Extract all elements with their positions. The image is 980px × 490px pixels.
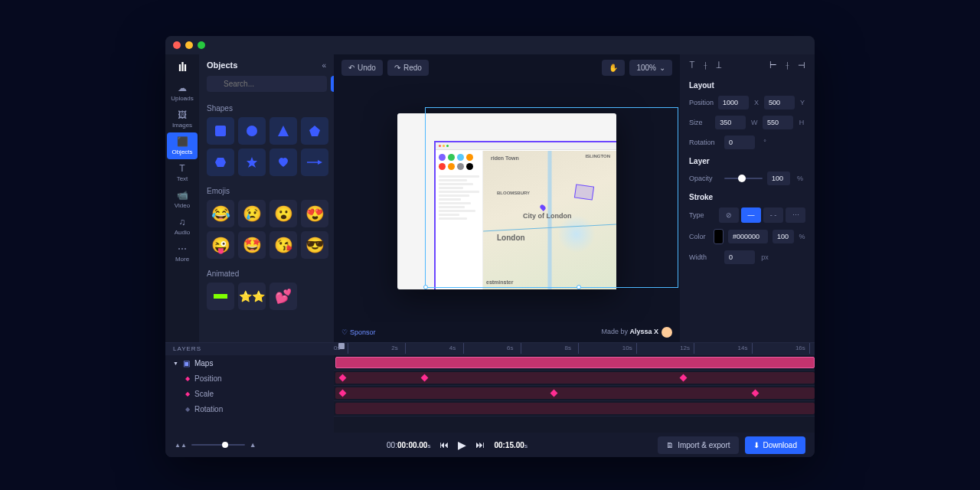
- search-input[interactable]: [207, 76, 327, 92]
- zoom-slider[interactable]: [191, 444, 245, 446]
- align-left-icon[interactable]: ⊢: [769, 60, 777, 70]
- collapse-panel-button[interactable]: «: [322, 61, 326, 70]
- animated-item[interactable]: 💕: [270, 283, 297, 310]
- chevron-down-icon: ▼: [173, 361, 178, 366]
- emoji-item[interactable]: 😍: [301, 200, 328, 227]
- keyframe-track-rotation[interactable]: [335, 403, 815, 414]
- ruler-tick: 0s: [334, 345, 340, 351]
- emoji-item[interactable]: 😢: [238, 200, 266, 227]
- rail-item-more[interactable]: ⋯More: [165, 240, 199, 266]
- timeline-clip[interactable]: [335, 357, 815, 368]
- layer-heading: Layer: [689, 157, 805, 165]
- stroke-dotted[interactable]: ⋯: [786, 207, 805, 223]
- shape-arrow[interactable]: [301, 149, 328, 176]
- shape-square[interactable]: [207, 117, 234, 145]
- size-h-input[interactable]: [763, 116, 793, 129]
- shape-star[interactable]: [238, 149, 266, 176]
- rail-item-video[interactable]: 📹Video: [165, 186, 199, 213]
- ruler-tick: 16s: [795, 345, 805, 351]
- layer-prop-rotation[interactable]: ◆ Rotation: [165, 401, 334, 416]
- layer-prop-scale[interactable]: ◆ Scale: [165, 386, 334, 401]
- zoom-dropdown[interactable]: 100% ⌄: [629, 60, 672, 76]
- close-icon[interactable]: [173, 41, 181, 49]
- animated-item[interactable]: [207, 283, 234, 310]
- emoji-item[interactable]: 😮: [270, 200, 297, 227]
- stroke-none[interactable]: ⊘: [719, 207, 739, 223]
- download-button[interactable]: ⬇Download: [745, 436, 805, 454]
- stroke-alpha-input[interactable]: [773, 230, 794, 243]
- emoji-grid: 😂😢😮😍😜🤩😘😎: [207, 200, 326, 259]
- timeline: LAYERS ▼ ▣ Maps ◆ Position ◆ Scale ◆ Rot…: [165, 342, 815, 457]
- more-icon: ⋯: [178, 243, 187, 254]
- import-export-button[interactable]: 🗎Import & export: [658, 436, 738, 454]
- shapes-section-label: Shapes: [207, 104, 326, 113]
- redo-button[interactable]: ↷Redo: [387, 60, 429, 76]
- rail-item-uploads[interactable]: ☁Uploads: [165, 79, 199, 106]
- position-x-input[interactable]: [718, 96, 749, 109]
- layer-prop-position[interactable]: ◆ Position: [165, 371, 334, 386]
- keyframe[interactable]: [339, 374, 347, 382]
- stroke-width-input[interactable]: [724, 250, 755, 264]
- rotation-input[interactable]: [724, 136, 755, 149]
- size-w-input[interactable]: [715, 116, 746, 129]
- align-bottom-icon[interactable]: ⟘: [716, 60, 722, 70]
- zoom-in-icon[interactable]: ▲: [250, 441, 256, 449]
- stroke-color-swatch[interactable]: [714, 229, 724, 244]
- undo-button[interactable]: ↶Undo: [341, 60, 383, 76]
- align-middle-icon[interactable]: ⟊: [703, 60, 708, 70]
- canvas-map-object[interactable]: Upcoming Homes 5 riden Town ISLINGTON BL…: [434, 141, 616, 289]
- stroke-dashed[interactable]: - -: [763, 207, 783, 223]
- keyframe-track-position[interactable]: [335, 372, 815, 384]
- hand-icon: ✋: [609, 64, 618, 72]
- skip-forward-button[interactable]: ⏭: [475, 439, 485, 450]
- rail-item-audio[interactable]: ♫Audio: [165, 213, 199, 240]
- titlebar: [165, 36, 815, 54]
- timeline-tracks[interactable]: 0s2s4s6s8s10s12s14s16s: [334, 343, 815, 433]
- emoji-item[interactable]: 😂: [207, 200, 234, 227]
- keyframe[interactable]: [339, 390, 347, 397]
- align-center-icon[interactable]: ⟊: [785, 60, 790, 70]
- shape-heart[interactable]: [270, 149, 297, 176]
- keyframe[interactable]: [420, 374, 428, 382]
- emoji-item[interactable]: 😘: [270, 231, 297, 259]
- minimize-icon[interactable]: [185, 41, 193, 49]
- keyframe-icon: ◆: [185, 406, 190, 413]
- keyframe[interactable]: [679, 374, 687, 382]
- keyframe[interactable]: [751, 390, 759, 397]
- keyframe[interactable]: [550, 390, 557, 397]
- sidebar-rail: ılı ☁Uploads🖼Images⬛ObjectsTText📹Video♫A…: [165, 54, 199, 342]
- shape-pentagon[interactable]: [301, 117, 328, 145]
- rail-item-images[interactable]: 🖼Images: [165, 106, 199, 132]
- opacity-slider[interactable]: [724, 178, 763, 179]
- hand-tool-button[interactable]: ✋: [602, 60, 625, 76]
- layer-row-maps[interactable]: ▼ ▣ Maps: [165, 355, 334, 371]
- rail-item-text[interactable]: TText: [165, 159, 199, 186]
- layer-icon: ▣: [183, 359, 190, 368]
- animated-item[interactable]: ⭐⭐: [238, 283, 266, 310]
- play-button[interactable]: ▶: [458, 439, 466, 451]
- position-y-input[interactable]: [764, 96, 795, 109]
- canvas-area: ↶Undo ↷Redo ✋ 100% ⌄ U: [334, 54, 680, 342]
- timeline-ruler[interactable]: 0s2s4s6s8s10s12s14s16s: [334, 343, 815, 355]
- shape-triangle[interactable]: [270, 117, 297, 145]
- shape-circle[interactable]: [238, 117, 266, 145]
- emoji-item[interactable]: 🤩: [238, 231, 266, 259]
- sponsor-link[interactable]: ♡Sponsor: [341, 328, 376, 336]
- stroke-solid[interactable]: —: [741, 207, 761, 223]
- opacity-input[interactable]: [767, 172, 790, 185]
- align-right-icon[interactable]: ⊣: [798, 60, 805, 70]
- align-top-icon[interactable]: ⟙: [689, 60, 695, 70]
- shape-hexagon[interactable]: [207, 149, 234, 176]
- canvas-stage[interactable]: Upcoming Homes 5 riden Town ISLINGTON BL…: [334, 80, 680, 322]
- zoom-out-icon[interactable]: ▲▲: [175, 442, 187, 449]
- emoji-item[interactable]: 😜: [207, 231, 234, 259]
- keyframe-track-scale[interactable]: [335, 387, 815, 399]
- app-window: ılı ☁Uploads🖼Images⬛ObjectsTText📹Video♫A…: [165, 36, 815, 457]
- stroke-color-input[interactable]: [728, 230, 768, 243]
- emoji-item[interactable]: 😎: [301, 231, 328, 259]
- skip-back-button[interactable]: ⏮: [439, 439, 449, 450]
- maximize-icon[interactable]: [198, 41, 205, 49]
- artboard[interactable]: Upcoming Homes 5 riden Town ISLINGTON BL…: [397, 113, 616, 289]
- rail-item-objects[interactable]: ⬛Objects: [167, 132, 198, 159]
- canvas-toolbar: ↶Undo ↷Redo ✋ 100% ⌄: [334, 54, 680, 80]
